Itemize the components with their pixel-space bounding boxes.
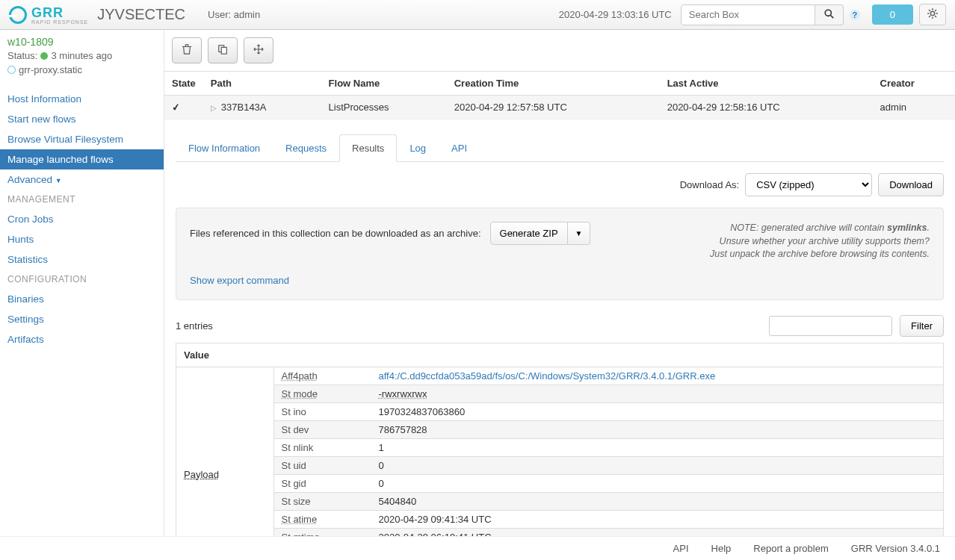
sidebar: w10-1809 Status: 3 minutes ago grr-proxy… <box>0 30 164 538</box>
generate-zip-button[interactable]: Generate ZIP <box>490 222 568 245</box>
kv-stnlink-value: 1 <box>371 438 944 456</box>
kv-aff4path-value[interactable]: aff4:/C.dd9ccfda053a59ad/fs/os/C:/Window… <box>371 367 944 385</box>
kv-statime-value: 2020-04-29 09:41:34 UTC <box>371 510 944 528</box>
logo[interactable]: GRR RAPID RESPONSE <box>9 5 88 25</box>
move-icon <box>253 44 264 55</box>
main-content: State Path Flow Name Creation Time Last … <box>164 30 955 538</box>
svg-rect-12 <box>221 47 226 54</box>
kv-stnlink-key: St nlink <box>274 438 371 456</box>
status-time: 3 minutes ago <box>51 50 112 61</box>
download-format-select[interactable]: CSV (zipped) <box>745 173 872 196</box>
globe-icon <box>7 66 16 74</box>
sidebar-header-management: MANAGEMENT <box>0 190 164 209</box>
sidebar-item-hunts[interactable]: Hunts <box>0 229 164 249</box>
sidebar-item-statistics[interactable]: Statistics <box>0 249 164 270</box>
archive-note: NOTE: generated archive will contain sym… <box>710 222 930 261</box>
entries-count: 1 entries <box>176 320 213 332</box>
caret-down-icon: ▼ <box>575 229 583 237</box>
logo-subtitle: RAPID RESPONSE <box>31 19 88 25</box>
results-table: Value Payload Aff4pathaff4:/C.dd9ccfda05… <box>176 343 944 538</box>
sidebar-item-binaries[interactable]: Binaries <box>0 289 164 309</box>
settings-button[interactable] <box>919 4 946 25</box>
sidebar-item-host-info[interactable]: Host Information <box>0 89 164 109</box>
flow-row[interactable]: ✔ ▷337B143A ListProcesses 2020-04-29 12:… <box>164 96 955 119</box>
kv-stino-value: 1970324837063860 <box>371 402 944 420</box>
client-status: Status: 3 minutes ago <box>7 50 156 61</box>
col-path[interactable]: Path <box>203 72 321 96</box>
flow-creator: admin <box>873 96 955 119</box>
move-button[interactable] <box>244 37 273 63</box>
generate-zip-dropdown[interactable]: ▼ <box>568 222 591 245</box>
flow-creation: 2020-04-29 12:57:58 UTC <box>447 96 660 119</box>
expand-icon[interactable]: ▷ <box>211 104 217 112</box>
copy-button[interactable] <box>208 37 238 63</box>
tab-api[interactable]: API <box>439 134 480 162</box>
svg-point-0 <box>825 10 831 16</box>
flow-name: ListProcesses <box>321 96 447 119</box>
sidebar-item-artifacts[interactable]: Artifacts <box>0 329 164 349</box>
col-creation[interactable]: Creation Time <box>447 72 660 96</box>
tab-flow-information[interactable]: Flow Information <box>176 134 273 162</box>
kv-stgid-key: St gid <box>274 474 371 492</box>
kv-stdev-value: 786757828 <box>371 420 944 438</box>
col-flow-name[interactable]: Flow Name <box>321 72 447 96</box>
col-value: Value <box>176 343 944 367</box>
filter-button[interactable]: Filter <box>900 315 944 337</box>
kv-statime-key: St atime <box>274 510 371 528</box>
status-dot-icon <box>40 52 48 60</box>
notifications-button[interactable]: 0 <box>872 4 913 25</box>
sidebar-item-manage-flows[interactable]: Manage launched flows <box>0 149 164 169</box>
archive-text: Files referenced in this collection can … <box>190 228 481 239</box>
brand-name: JYVSECTEC <box>97 6 185 23</box>
payload-kv-table: Aff4pathaff4:/C.dd9ccfda053a59ad/fs/os/C… <box>274 367 944 538</box>
svg-line-1 <box>830 15 833 18</box>
kv-aff4path-key: Aff4path <box>274 367 371 385</box>
flow-last-active: 2020-04-29 12:58:16 UTC <box>660 96 873 119</box>
kv-stdev-key: St dev <box>274 420 371 438</box>
gear-icon <box>927 8 938 19</box>
flow-path: 337B143A <box>221 102 267 113</box>
sidebar-item-start-flows[interactable]: Start new flows <box>0 109 164 129</box>
status-prefix: Status: <box>7 50 37 61</box>
trash-icon <box>182 44 192 55</box>
col-creator[interactable]: Creator <box>873 72 955 96</box>
sidebar-item-settings[interactable]: Settings <box>0 309 164 329</box>
client-host-text: grr-proxy.static <box>19 64 82 75</box>
sidebar-item-browse-vfs[interactable]: Browse Virtual Filesystem <box>0 129 164 149</box>
kv-stgid-value: 0 <box>371 474 944 492</box>
help-icon[interactable]: ? <box>850 10 860 20</box>
kv-stuid-value: 0 <box>371 456 944 474</box>
client-name[interactable]: w10-1809 <box>7 36 156 48</box>
col-state[interactable]: State <box>164 72 203 96</box>
archive-box: Files referenced in this collection can … <box>176 208 944 300</box>
svg-line-9 <box>929 16 930 17</box>
search-icon <box>824 9 834 19</box>
caret-down-icon: ▼ <box>55 177 62 184</box>
kv-stmode-value: -rwxrwxrwx <box>371 385 944 402</box>
svg-line-8 <box>935 16 936 17</box>
kv-stsize-value: 5404840 <box>371 492 944 510</box>
show-export-command-link[interactable]: Show export command <box>190 275 289 286</box>
search-button[interactable] <box>815 4 844 25</box>
tab-results[interactable]: Results <box>339 134 397 162</box>
delete-button[interactable] <box>172 37 202 63</box>
flows-table: State Path Flow Name Creation Time Last … <box>164 71 955 119</box>
tab-log[interactable]: Log <box>397 134 439 162</box>
download-button[interactable]: Download <box>878 173 944 196</box>
kv-stmode-key: St mode <box>274 385 371 402</box>
sidebar-item-cron-jobs[interactable]: Cron Jobs <box>0 209 164 229</box>
flow-tabs: Flow Information Requests Results Log AP… <box>176 134 944 162</box>
search-input[interactable] <box>681 4 815 25</box>
filter-input[interactable] <box>769 316 892 336</box>
col-last-active[interactable]: Last Active <box>660 72 873 96</box>
logo-icon <box>9 6 27 24</box>
svg-point-2 <box>930 11 934 15</box>
sidebar-item-advanced[interactable]: Advanced ▼ <box>0 169 164 190</box>
download-row: Download As: CSV (zipped) Download <box>176 173 944 196</box>
client-host: grr-proxy.static <box>7 64 156 75</box>
header-timestamp: 2020-04-29 13:03:16 UTC <box>559 9 672 20</box>
kv-stsize-key: St size <box>274 492 371 510</box>
logo-text: GRR <box>31 5 88 21</box>
tab-requests[interactable]: Requests <box>273 134 339 162</box>
payload-label: Payload <box>176 367 273 538</box>
